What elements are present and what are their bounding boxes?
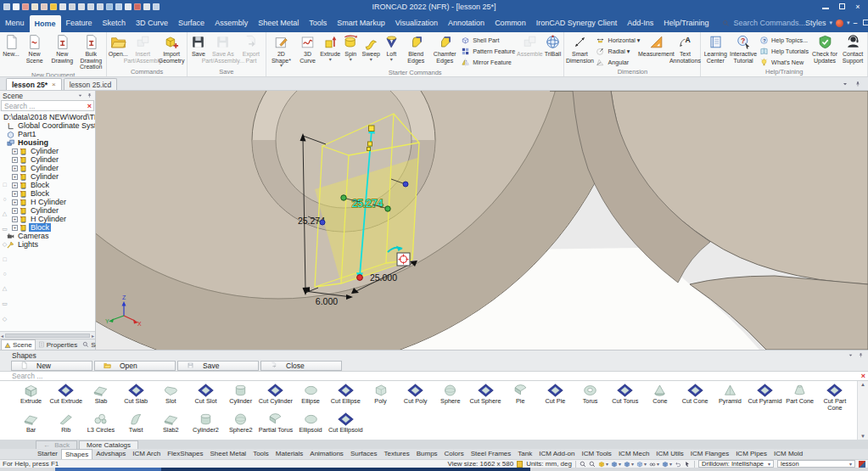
catalog-tab-icm-utils[interactable]: ICM Utils — [652, 449, 686, 459]
catalog-tab-surfaces[interactable]: Surfaces — [347, 449, 381, 459]
panel-tab-properties[interactable]: Properties — [36, 339, 80, 350]
scene-caret-icon[interactable] — [77, 93, 83, 98]
left-toolbar-icon-6[interactable]: ○ — [3, 271, 6, 277]
table-view-icon[interactable] — [143, 3, 150, 10]
shape-item-partial-torus[interactable]: Partial Torus — [258, 411, 293, 440]
tree-item-cylinder[interactable]: +Cylinder — [0, 147, 95, 155]
shape-item-extrude[interactable]: Extrude — [14, 382, 48, 411]
ribbon-button-learning-center[interactable]: Learning Center — [702, 33, 729, 64]
new-document-icon[interactable] — [13, 3, 20, 10]
catalog-tab-advshaps[interactable]: Advshaps — [92, 449, 129, 459]
maximize-button[interactable] — [837, 3, 847, 11]
shape-item-cut-part-cone[interactable]: Cut Part Cone — [817, 382, 852, 411]
tree-item-block[interactable]: +Block — [0, 223, 95, 232]
tree-item-cameras[interactable]: Cameras — [0, 232, 95, 240]
catalog-tab-icm-arch[interactable]: ICM Arch — [129, 449, 164, 459]
save-all-icon[interactable] — [69, 3, 76, 10]
shape-item-torus[interactable]: Torus — [573, 382, 608, 411]
ribbon-button-3d-curve[interactable]: 3D Curve — [295, 33, 320, 64]
doc-restore-button[interactable] — [861, 19, 868, 27]
catalog-search-input[interactable]: Search ... × — [0, 371, 868, 381]
new-drawing-icon[interactable] — [31, 3, 38, 10]
catalog-tab-icm-mech[interactable]: ICM Mech — [615, 449, 652, 459]
handle-blue-right[interactable] — [403, 182, 408, 187]
ribbon-button-2d-shape[interactable]: 2D Shape*▾ — [267, 33, 295, 68]
ribbon-button-interactive-tutorial[interactable]: Interactive Tutorial — [729, 33, 758, 64]
catalog-tab-textures[interactable]: Textures — [380, 449, 412, 459]
ribbon-button-new[interactable]: New... — [1, 33, 21, 58]
catalog-tab-icm-mold[interactable]: ICM Mold — [770, 449, 806, 459]
ribbon-button-measurement[interactable]: Measurement — [641, 33, 670, 58]
new-scene-icon[interactable] — [22, 3, 29, 10]
ribbon-button-chamfer-edges[interactable]: Chamfer Edges — [430, 33, 459, 64]
catalog-tab-icm-pipes[interactable]: ICM Pipes — [732, 449, 770, 459]
ribbon-button-loft[interactable]: Loft▾ — [381, 33, 401, 62]
left-toolbar-icon-2[interactable]: △ — [3, 210, 7, 217]
document-combo[interactable]: lesson▾ — [777, 460, 855, 468]
print-icon[interactable] — [78, 3, 85, 10]
tree-expand-icon[interactable]: + — [12, 174, 18, 180]
handle-green-right[interactable] — [385, 206, 390, 211]
shape-item-cut-pie[interactable]: Cut Pie — [538, 382, 573, 411]
handle-red-bottom[interactable] — [357, 275, 363, 281]
tree-item-part1[interactable]: Part1 — [0, 130, 95, 138]
shapes-pin-icon[interactable] — [858, 352, 864, 358]
shape-item-cut-sphere[interactable]: Cut Sphere — [468, 382, 502, 411]
tab-3d-curve[interactable]: 3D Curve — [131, 14, 173, 32]
shape-item-cut-extrude[interactable]: Cut Extrude — [48, 382, 83, 411]
tab-ironcad-synergy-client[interactable]: IronCAD Synergy Client — [531, 14, 623, 32]
shape-item-slab[interactable]: Slab — [83, 382, 118, 411]
viewport-canvas[interactable]: 25.274 25.000 6.000 25.274 Z Y X — [96, 91, 868, 350]
catalog-new-button[interactable]: New — [11, 361, 92, 371]
ribbon-button-new-drawing[interactable]: New Drawing — [48, 33, 76, 64]
tab-close-icon[interactable]: × — [52, 81, 56, 88]
shape-item-cylinder2[interactable]: Cylinder2 — [188, 411, 223, 440]
tree-item-cylinder[interactable]: +Cylinder — [0, 206, 95, 215]
tree-expand-icon[interactable]: + — [12, 191, 18, 197]
shape-item-sphere[interactable]: Sphere — [433, 382, 468, 411]
shape-item-slot[interactable]: Slot — [154, 382, 188, 411]
catalog-open-button[interactable]: Open — [94, 361, 176, 371]
tree-item-housing[interactable]: Housing — [0, 138, 95, 147]
more-catalogs-button[interactable]: More Catalogs — [79, 440, 138, 449]
catalog-tab-sheet-metal[interactable]: Sheet Metal — [206, 449, 249, 459]
drilldown-combo[interactable]: Drilldown: Intellishape▾ — [698, 460, 774, 468]
tree-item-h-cylinder[interactable]: +H Cylinder — [0, 198, 95, 206]
handle-yellow-mid2[interactable] — [367, 148, 371, 151]
shape-item-bar[interactable]: Bar — [14, 411, 48, 440]
handle-green-left[interactable] — [341, 195, 346, 200]
tab-tools[interactable]: Tools — [304, 14, 332, 32]
left-toolbar-icon-0[interactable]: □ — [3, 182, 6, 188]
ribbon-button-contact-support[interactable]: Contact Support — [839, 33, 866, 64]
panel-pin-icon[interactable] — [854, 81, 861, 87]
tree-expand-icon[interactable]: + — [12, 216, 18, 222]
account-caret-icon[interactable]: ▾ — [847, 20, 850, 26]
tab-help-training[interactable]: Help/Training — [658, 14, 714, 32]
catalog-vscrollbar[interactable]: ▲▼ — [857, 381, 868, 440]
undo-icon[interactable] — [87, 3, 94, 10]
catalog-tab-icm-flanges[interactable]: ICM Flanges — [687, 449, 732, 459]
document-tab-lesson-25[interactable]: lesson 25*× — [6, 78, 62, 90]
ribbon-button-triball[interactable]: TriBall — [542, 33, 563, 58]
scene-hscrollbar[interactable]: ◂▸ — [0, 331, 95, 339]
ribbon-button-extrude[interactable]: Extrude▾ — [320, 33, 340, 62]
ribbon-button-assemble[interactable]: Assemble — [517, 33, 542, 58]
catalog-tab-icm-tools[interactable]: ICM Tools — [578, 449, 614, 459]
handle-yellow-top[interactable] — [369, 126, 375, 132]
ribbon-button-check-for-updates[interactable]: Check for Updates — [810, 33, 839, 64]
tree-item-lights[interactable]: Lights — [0, 240, 95, 249]
tree-expand-icon[interactable]: + — [12, 157, 18, 163]
catalog-tab-icm-add-on[interactable]: ICM Add-on — [535, 449, 578, 459]
tab-sheet-metal[interactable]: Sheet Metal — [253, 14, 304, 32]
tree-item-d-data-2018-new-word-tech-net-iro[interactable]: D:\data\2018 NEW\Word\TECH-NET\iro — [0, 113, 95, 121]
ribbon-button-new-scene[interactable]: New Scene — [21, 33, 48, 64]
shape-item-part-cone[interactable]: Part Cone — [782, 382, 817, 411]
ribbon-button-shell-part[interactable]: Shell Part — [461, 35, 515, 45]
realistic-display-button[interactable]: ▾ — [636, 461, 647, 468]
ribbon-button-sweep[interactable]: Sweep▾ — [361, 33, 381, 62]
ribbon-button-horizontal[interactable]: Horizontal ▾ — [596, 35, 640, 45]
tree-expand-icon[interactable]: + — [12, 149, 18, 154]
shapes-caret-icon[interactable] — [848, 352, 854, 358]
ribbon-button-mirror-feature[interactable]: Mirror Feature — [461, 57, 515, 67]
shape-item-cut-poly[interactable]: Cut Poly — [398, 382, 433, 411]
